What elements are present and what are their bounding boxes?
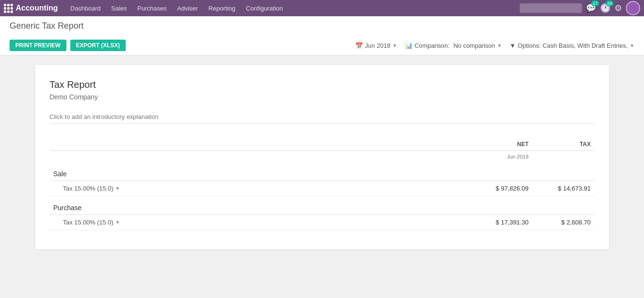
report-company: Demo Company [50, 93, 595, 101]
section-header-0: Sale [50, 162, 595, 181]
row-label-0-0: Tax 15.00% (15.0) ▼ [50, 181, 461, 196]
toolbar-filters: 📅 Jun 2018 ▼ 📊 Comparison: No comparison… [355, 42, 634, 49]
page-header: Generic Tax Report PRINT PREVIEW EXPORT … [0, 16, 644, 55]
nav-dashboard[interactable]: Dashboard [65, 2, 106, 15]
brand-name: Accounting [16, 4, 58, 12]
col-tax-subheader [533, 151, 595, 163]
col-tax-header: TAX [533, 138, 595, 151]
date-filter[interactable]: 📅 Jun 2018 ▼ [355, 42, 397, 49]
user-avatar[interactable] [626, 1, 640, 15]
app-brand[interactable]: Accounting [4, 4, 58, 13]
col-label-subheader [50, 151, 461, 163]
col-label-header [50, 138, 461, 151]
nav-configuration[interactable]: Configuration [241, 2, 287, 15]
grid-icon [4, 4, 13, 13]
table-subheader-row: Jun 2018 [50, 151, 595, 163]
activity-icon-button[interactable]: 🕐 24 [600, 3, 611, 13]
calendar-icon: 📅 [355, 42, 363, 49]
row-expand-arrow[interactable]: ▼ [115, 220, 120, 225]
top-navigation: Accounting Dashboard Sales Purchases Adv… [0, 0, 644, 16]
row-label-text: Tax 15.00% (15.0) [63, 185, 114, 192]
report-title: Tax Report [50, 79, 595, 90]
nav-menu: Dashboard Sales Purchases Adviser Report… [65, 2, 520, 15]
options-filter[interactable]: ▼ Options: Cash Basis, With Draft Entrie… [510, 42, 634, 49]
nav-adviser[interactable]: Adviser [173, 2, 203, 15]
section-label-1: Purchase [50, 196, 595, 215]
nav-reporting[interactable]: Reporting [204, 2, 240, 15]
comparison-filter[interactable]: 📊 Comparison: No comparison ▼ [405, 42, 502, 49]
topnav-right: 💬 17 🕐 24 ⚙ [520, 1, 640, 15]
export-xlsx-button[interactable]: EXPORT (XLSX) [70, 40, 126, 51]
row-label-1-0: Tax 15.00% (15.0) ▼ [50, 215, 461, 230]
options-arrow: ▼ [630, 43, 634, 48]
section-header-1: Purchase [50, 196, 595, 215]
chat-badge: 17 [591, 0, 599, 6]
chart-icon: 📊 [405, 42, 413, 49]
row-net-0-0: $ 97,826.09 [461, 181, 533, 196]
report-container: Tax Report Demo Company NET TAX Jun 2018… [35, 65, 609, 249]
table-row: Tax 15.00% (15.0) ▼ $ 97,826.09 $ 14,673… [50, 181, 595, 196]
comparison-label: Comparison: [415, 42, 450, 49]
nav-purchases[interactable]: Purchases [132, 2, 171, 15]
page-toolbar: PRINT PREVIEW EXPORT (XLSX) 📅 Jun 2018 ▼… [10, 36, 634, 55]
table-header-row: NET TAX [50, 138, 595, 151]
row-expand-arrow[interactable]: ▼ [115, 186, 120, 191]
global-search-input[interactable] [520, 3, 582, 13]
table-row: Tax 15.00% (15.0) ▼ $ 17,391.30 $ 2,608.… [50, 215, 595, 230]
report-intro-input[interactable] [50, 110, 595, 124]
settings-icon-button[interactable]: ⚙ [614, 3, 622, 13]
comparison-arrow: ▼ [497, 43, 502, 48]
row-tax-0-0: $ 14,673.91 [533, 181, 595, 196]
chat-icon-button[interactable]: 💬 17 [586, 3, 596, 13]
date-filter-arrow: ▼ [393, 43, 397, 48]
nav-sales[interactable]: Sales [107, 2, 132, 15]
content-area: Tax Report Demo Company NET TAX Jun 2018… [0, 55, 644, 294]
filter-icon: ▼ [510, 42, 516, 49]
date-filter-value: Jun 2018 [365, 42, 391, 49]
activity-badge: 24 [606, 0, 613, 6]
section-label-0: Sale [50, 162, 595, 181]
print-preview-button[interactable]: PRINT PREVIEW [10, 40, 66, 51]
page-title: Generic Tax Report [10, 21, 634, 31]
col-net-subheader: Jun 2018 [461, 151, 533, 163]
col-net-header: NET [461, 138, 533, 151]
row-tax-1-0: $ 2,608.70 [533, 215, 595, 230]
row-net-1-0: $ 17,391.30 [461, 215, 533, 230]
row-label-text: Tax 15.00% (15.0) [63, 219, 114, 226]
comparison-value: No comparison [453, 42, 495, 49]
options-label: Options: Cash Basis, With Draft Entries, [518, 42, 628, 49]
report-table: NET TAX Jun 2018 Sale Tax 15.00% (15.0) … [50, 138, 595, 230]
